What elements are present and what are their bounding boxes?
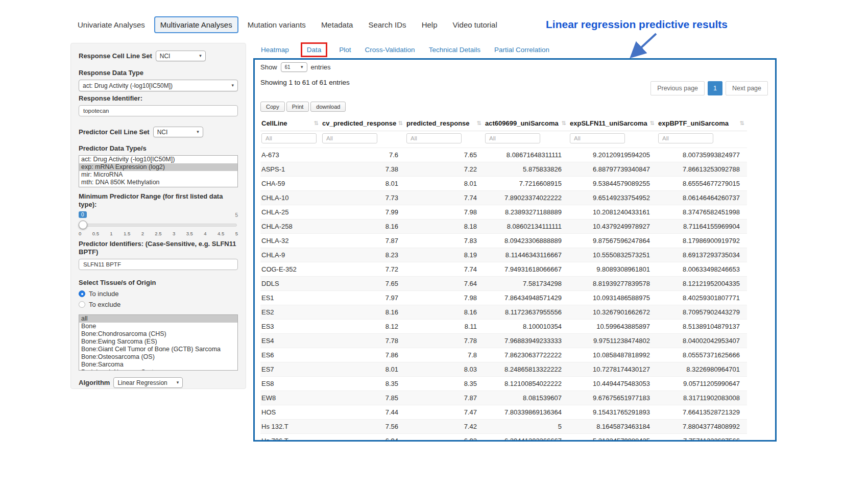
sort-icon[interactable]: ⇅ <box>562 120 566 127</box>
cell-value: 8.01 <box>321 177 405 191</box>
tab-heatmap[interactable]: Heatmap <box>261 46 289 54</box>
cell-line-name: COG-E-352 <box>260 262 321 277</box>
nav-tab-univariate-analyses[interactable]: Univariate Analyses <box>71 16 151 33</box>
column-header-expbptf-unisarcoma[interactable]: expBPTF_uniSarcoma⇅ <box>657 116 747 131</box>
tissue-option-peripheral-nervous-system[interactable]: Peripheral_Nervous_System <box>79 369 237 371</box>
entries-label: entries <box>311 63 331 71</box>
cell-value: 7.99 <box>321 205 405 219</box>
tab-data[interactable]: Data <box>301 42 328 57</box>
sort-icon[interactable]: ⇅ <box>650 120 655 127</box>
cell-value: 7.94931618066667 <box>484 262 569 277</box>
tab-cross-validation[interactable]: Cross-Validation <box>365 46 415 54</box>
tissue-listbox[interactable]: allBoneBone:Chondrosarcoma (CHS)Bone:Ewi… <box>79 314 238 371</box>
tissue-option-bone-osteosarcoma-os[interactable]: Bone:Osteosarcoma (OS) <box>79 353 237 361</box>
tab-plot[interactable]: Plot <box>339 46 351 54</box>
cell-value: 8.08602134111111 <box>484 219 569 234</box>
column-header-cv-predicted-response[interactable]: cv_predicted_response⇅ <box>321 116 405 131</box>
cell-value: 7.96883949233333 <box>484 334 569 348</box>
entries-count-select[interactable]: 61 ▾ <box>281 62 307 72</box>
cell-line-name: ES2 <box>260 305 321 320</box>
nav-tab-video-tutorial[interactable]: Video tutorial <box>446 16 503 33</box>
cell-value: 10.0858487818992 <box>569 348 657 362</box>
cell-value: 8.35 <box>405 377 484 391</box>
table-header-row: CellLine⇅cv_predicted_response⇅predicted… <box>260 116 747 131</box>
filter-input-expslfn11-unisarcoma[interactable] <box>570 133 625 143</box>
tissue-option-bone-ewing-sarcoma-es[interactable]: Bone:Ewing Sarcoma (ES) <box>79 338 237 346</box>
tab-technical-details[interactable]: Technical Details <box>429 46 480 54</box>
results-panel: Show 61 ▾ entries Showing 1 to 61 of 61 … <box>253 58 777 442</box>
predictor-option-mir-microrna[interactable]: mir: MicroRNA <box>79 171 237 179</box>
column-header-predicted-response[interactable]: predicted_response⇅ <box>405 116 484 131</box>
radio-button[interactable] <box>79 290 85 297</box>
nav-tab-mutation-variants[interactable]: Mutation variants <box>242 16 312 33</box>
slider-tick-label: 2.5 <box>155 231 161 236</box>
next-page-button[interactable]: Next page <box>726 81 768 95</box>
annotation-title: Linear regression predictive results <box>546 18 770 31</box>
column-header-label: act609699_uniSarcoma <box>485 119 559 127</box>
cell-value: 8.71164155969904 <box>657 219 747 234</box>
predictor-cell-line-set-select[interactable]: NCI ▾ <box>153 127 203 137</box>
sort-icon[interactable]: ⇅ <box>314 120 319 127</box>
algorithm-select[interactable]: Linear Regression ▾ <box>113 377 183 388</box>
radio-to-exclude[interactable]: To exclude <box>79 301 238 308</box>
filter-input-cv-predicted-response[interactable] <box>322 133 377 143</box>
nav-tab-help[interactable]: Help <box>416 16 444 33</box>
cell-value: 7.65 <box>321 277 405 291</box>
response-identifier-input[interactable] <box>79 105 238 116</box>
nav-tab-search-ids[interactable]: Search IDs <box>362 16 412 33</box>
cell-value: 8.19 <box>405 248 484 262</box>
nav-tab-metadata[interactable]: Metadata <box>315 16 359 33</box>
cell-value: 8.04002042953407 <box>657 334 747 348</box>
cell-value: 8.00633498246653 <box>657 262 747 277</box>
cell-line-name: CHLA-258 <box>260 219 321 234</box>
predictor-option-act-drug-activity-log10-ic50m[interactable]: act: Drug Activity (-log10[IC50M]) <box>79 156 237 163</box>
radio-button[interactable] <box>79 301 85 308</box>
column-header-act609699-unisarcoma[interactable]: act609699_uniSarcoma⇅ <box>484 116 569 131</box>
download-button[interactable]: download <box>310 102 346 112</box>
tissue-option-all[interactable]: all <box>79 315 237 323</box>
filter-input-expbptf-unisarcoma[interactable] <box>658 133 713 143</box>
predictor-identifiers-input[interactable] <box>79 259 238 270</box>
tissue-option-bone-sarcoma[interactable]: Bone:Sarcoma <box>79 361 237 369</box>
previous-page-button[interactable]: Previous page <box>650 81 705 95</box>
cell-value: 7.86 <box>321 348 405 362</box>
cell-value: 8.81939277839578 <box>569 277 657 291</box>
print-button[interactable]: Print <box>286 102 309 112</box>
cell-value: 7.72 <box>321 262 405 277</box>
slider-tick-label: 2 <box>141 231 144 236</box>
radio-to-include[interactable]: To include <box>79 290 238 298</box>
cell-line-name: A-673 <box>260 148 321 162</box>
current-page-button[interactable]: 1 <box>708 81 722 95</box>
slider-handle[interactable] <box>79 221 87 229</box>
cell-value: 7.44 <box>321 405 405 420</box>
slider-track[interactable] <box>80 224 237 227</box>
column-header-expslfn11-unisarcoma[interactable]: expSLFN11_uniSarcoma⇅ <box>569 116 657 131</box>
copy-button[interactable]: Copy <box>260 102 285 112</box>
predictor-data-types-listbox[interactable]: act: Drug Activity (-log10[IC50M])exp: m… <box>79 155 238 187</box>
filter-input-cellline[interactable] <box>261 133 317 143</box>
cell-value: 7.66413528721329 <box>657 405 747 420</box>
radio-label: To include <box>89 290 119 298</box>
tissue-option-bone-chondrosarcoma-chs[interactable]: Bone:Chondrosarcoma (CHS) <box>79 330 237 338</box>
cell-value: 8.16 <box>321 305 405 320</box>
min-predictor-range-slider[interactable]: 0 5 00.511.522.533.544.55 <box>79 211 238 238</box>
cell-value: 5.875833826 <box>484 162 569 177</box>
filter-input-predicted-response[interactable] <box>406 133 462 143</box>
slider-tick-labels: 00.511.522.533.544.55 <box>79 231 238 236</box>
tab-partial-correlation[interactable]: Partial Correlation <box>494 46 549 54</box>
filter-input-act609699-unisarcoma[interactable] <box>485 133 540 143</box>
sort-icon[interactable]: ⇅ <box>477 120 481 127</box>
cell-value: 9.67675651977183 <box>569 391 657 405</box>
predictor-option-exp-mrna-expression-log2[interactable]: exp: mRNA Expression (log2) <box>79 163 237 171</box>
sort-icon[interactable]: ⇅ <box>740 120 744 127</box>
response-cell-line-set-select[interactable]: NCI ▾ <box>156 51 206 61</box>
predictor-option-mth-dna-850k-methylation[interactable]: mth: DNA 850K Methylation <box>79 179 237 186</box>
tissue-option-bone-giant-cell-tumor-of-bone-gctb-sarcoma[interactable]: Bone:Giant Cell Tumor of Bone (GCTB) Sar… <box>79 346 237 353</box>
cell-line-name: CHA-59 <box>260 177 321 191</box>
column-header-label: expBPTF_uniSarcoma <box>658 119 729 127</box>
nav-tab-multivariate-analyses[interactable]: Multivariate Analyses <box>154 16 238 33</box>
tissue-option-bone[interactable]: Bone <box>79 323 237 330</box>
response-data-type-select[interactable]: act: Drug Activity (-log10[IC50M]) ▾ <box>79 80 238 91</box>
sort-icon[interactable]: ⇅ <box>398 120 403 127</box>
column-header-cellline[interactable]: CellLine⇅ <box>260 116 321 131</box>
